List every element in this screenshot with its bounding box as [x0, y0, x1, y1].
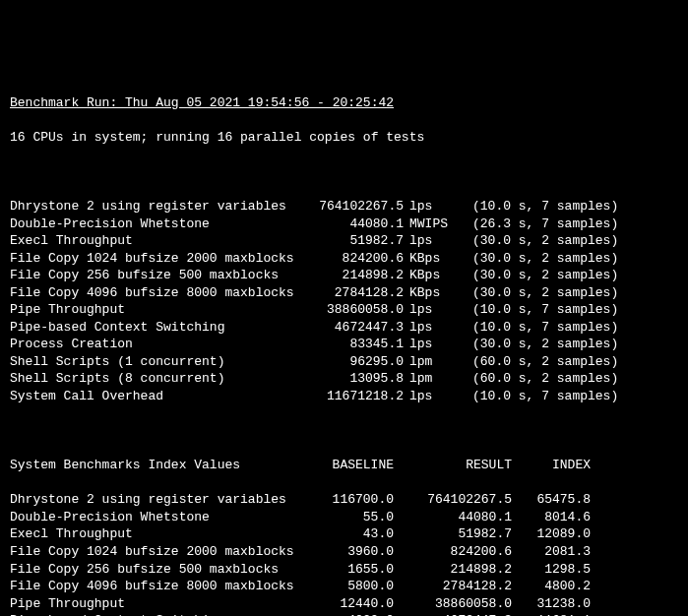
test-row: File Copy 256 bufsize 500 maxblocks21489…	[10, 267, 678, 284]
test-value: 2784128.2	[305, 284, 404, 302]
index-name: Double-Precision Whetstone	[10, 509, 305, 526]
terminal-output: Benchmark Run: Thu Aug 05 2021 19:54:56 …	[10, 77, 678, 616]
test-unit: KBps	[404, 284, 453, 302]
index-row: Execl Throughput43.051982.712089.0	[10, 525, 678, 543]
test-unit: lpm	[404, 353, 453, 371]
test-timing: (30.0 s, 2 samples)	[453, 284, 618, 302]
index-header-index: INDEX	[512, 457, 591, 474]
test-name: File Copy 1024 bufsize 2000 maxblocks	[10, 250, 305, 268]
test-value: 38860058.0	[305, 301, 404, 319]
index-row: Dhrystone 2 using register variables1167…	[10, 491, 678, 509]
index-baseline: 5800.0	[305, 578, 394, 595]
test-name: Pipe Throughput	[10, 301, 305, 319]
index-index: 4800.2	[512, 578, 591, 595]
test-row: Pipe Throughput38860058.0lps(10.0 s, 7 s…	[10, 301, 678, 319]
index-baseline: 116700.0	[305, 491, 394, 509]
test-row: Double-Precision Whetstone44080.1MWIPS(2…	[10, 216, 678, 233]
index-header-result: RESULT	[394, 457, 512, 474]
index-name: File Copy 256 bufsize 500 maxblocks	[10, 561, 305, 579]
test-value: 214898.2	[305, 267, 404, 284]
benchmark-run-line: Benchmark Run: Thu Aug 05 2021 19:54:56 …	[10, 94, 678, 112]
index-index: 11681.1	[512, 612, 591, 616]
test-unit: lps	[404, 232, 453, 250]
test-row: Shell Scripts (1 concurrent)96295.0lpm(6…	[10, 353, 678, 371]
test-value: 764102267.5	[305, 198, 404, 216]
index-row: File Copy 1024 bufsize 2000 maxblocks396…	[10, 543, 678, 561]
test-value: 11671218.2	[305, 388, 404, 405]
index-result: 38860058.0	[394, 595, 512, 613]
index-result: 44080.1	[394, 509, 512, 526]
test-row: File Copy 4096 bufsize 8000 maxblocks278…	[10, 284, 678, 302]
index-row: File Copy 4096 bufsize 8000 maxblocks580…	[10, 578, 678, 595]
index-row: Double-Precision Whetstone55.044080.1801…	[10, 509, 678, 526]
test-unit: lps	[404, 388, 453, 405]
test-row: Process Creation83345.1lps(30.0 s, 2 sam…	[10, 336, 678, 353]
index-row: Pipe-based Context Switching4000.0467244…	[10, 612, 678, 616]
test-row: Shell Scripts (8 concurrent)13095.8lpm(6…	[10, 370, 678, 388]
test-name: Pipe-based Context Switching	[10, 319, 305, 337]
index-row: Pipe Throughput12440.038860058.031238.0	[10, 595, 678, 613]
test-row: File Copy 1024 bufsize 2000 maxblocks824…	[10, 250, 678, 268]
test-name: File Copy 4096 bufsize 8000 maxblocks	[10, 284, 305, 302]
test-row: Pipe-based Context Switching4672447.3lps…	[10, 319, 678, 337]
index-baseline: 43.0	[305, 525, 394, 543]
test-name: Dhrystone 2 using register variables	[10, 198, 305, 216]
test-value: 824200.6	[305, 250, 404, 268]
test-name: File Copy 256 bufsize 500 maxblocks	[10, 267, 305, 284]
index-index: 65475.8	[512, 491, 591, 509]
test-timing: (10.0 s, 7 samples)	[453, 319, 618, 337]
test-name: Process Creation	[10, 336, 305, 353]
index-result: 764102267.5	[394, 491, 512, 509]
test-unit: MWIPS	[404, 216, 453, 233]
index-header-baseline: BASELINE	[305, 457, 394, 474]
cpu-info-line: 16 CPUs in system; running 16 parallel c…	[10, 129, 678, 147]
index-name: File Copy 1024 bufsize 2000 maxblocks	[10, 543, 305, 561]
test-name: Shell Scripts (1 concurrent)	[10, 353, 305, 371]
index-baseline: 3960.0	[305, 543, 394, 561]
index-baseline: 4000.0	[305, 612, 394, 616]
blank-line	[10, 422, 678, 440]
test-timing: (30.0 s, 2 samples)	[453, 267, 618, 284]
test-value: 83345.1	[305, 336, 404, 353]
test-timing: (30.0 s, 2 samples)	[453, 232, 618, 250]
test-timing: (30.0 s, 2 samples)	[453, 250, 618, 268]
index-result: 4672447.3	[394, 612, 512, 616]
test-value: 51982.7	[305, 232, 404, 250]
test-name: Shell Scripts (8 concurrent)	[10, 370, 305, 388]
test-timing: (10.0 s, 7 samples)	[453, 301, 618, 319]
index-result: 2784128.2	[394, 578, 512, 595]
test-value: 96295.0	[305, 353, 404, 371]
test-timing: (30.0 s, 2 samples)	[453, 336, 618, 353]
index-baseline: 1655.0	[305, 561, 394, 579]
test-row: Dhrystone 2 using register variables7641…	[10, 198, 678, 216]
index-index: 12089.0	[512, 525, 591, 543]
test-timing: (10.0 s, 7 samples)	[453, 198, 618, 216]
index-header-title: System Benchmarks Index Values	[10, 457, 305, 474]
index-result: 824200.6	[394, 543, 512, 561]
test-timing: (26.3 s, 7 samples)	[453, 216, 618, 233]
test-row: Execl Throughput51982.7lps(30.0 s, 2 sam…	[10, 232, 678, 250]
index-index: 2081.3	[512, 543, 591, 561]
test-unit: lps	[404, 198, 453, 216]
test-unit: KBps	[404, 250, 453, 268]
index-index: 1298.5	[512, 561, 591, 579]
test-value: 44080.1	[305, 216, 404, 233]
test-value: 4672447.3	[305, 319, 404, 337]
test-unit: lps	[404, 301, 453, 319]
index-name: Execl Throughput	[10, 525, 305, 543]
test-name: Double-Precision Whetstone	[10, 216, 305, 233]
test-name: System Call Overhead	[10, 388, 305, 405]
index-row: File Copy 256 bufsize 500 maxblocks1655.…	[10, 561, 678, 579]
index-index: 31238.0	[512, 595, 591, 613]
test-row: System Call Overhead11671218.2lps(10.0 s…	[10, 388, 678, 405]
blank-line	[10, 163, 678, 181]
test-name: Execl Throughput	[10, 232, 305, 250]
test-timing: (60.0 s, 2 samples)	[453, 370, 618, 388]
test-timing: (60.0 s, 2 samples)	[453, 353, 618, 371]
test-timing: (10.0 s, 7 samples)	[453, 388, 618, 405]
index-name: Pipe-based Context Switching	[10, 612, 305, 616]
test-unit: KBps	[404, 267, 453, 284]
test-value: 13095.8	[305, 370, 404, 388]
index-index: 8014.6	[512, 509, 591, 526]
index-name: Pipe Throughput	[10, 595, 305, 613]
